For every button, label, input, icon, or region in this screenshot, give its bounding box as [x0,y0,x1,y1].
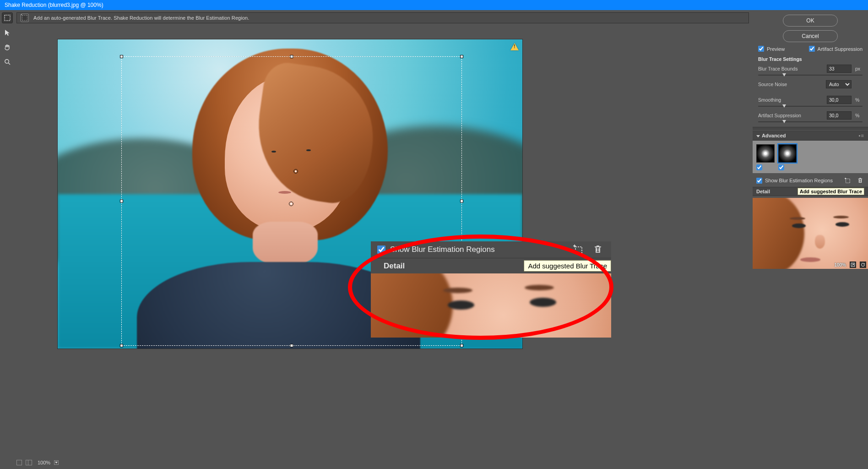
detail-title: Detail [756,189,770,194]
handle-bl[interactable] [120,344,123,347]
advanced-header[interactable]: Advanced ▪≡ [753,131,868,141]
add-trace-tooltip: Add suggested Blur Trace [797,188,864,195]
add-blur-trace-button[interactable] [843,177,852,184]
window-title: Shake Reduction (blurred3.jpg @ 100%) [5,2,103,8]
undock-icon[interactable] [850,262,856,268]
chevron-down-icon [756,135,760,137]
svg-line-2 [8,63,10,65]
noise-label: Source Noise [758,82,822,87]
trace-thumb-2[interactable] [778,144,797,171]
view-single-icon[interactable] [16,460,22,465]
detail-zoom: 100% [834,262,846,267]
bounds-input[interactable] [827,65,852,73]
handle-tm[interactable] [290,55,293,58]
direct-select-tool[interactable] [2,27,13,38]
callout-detail-image [371,273,611,338]
view-split-icon[interactable] [26,460,32,465]
suppression-slider[interactable] [758,121,863,122]
show-regions-checkbox[interactable]: Show Blur Estimation Regions [756,178,833,184]
smoothing-label: Smoothing [758,97,823,103]
suppression-input[interactable] [827,111,852,120]
handle-br[interactable] [460,344,463,347]
ok-button[interactable]: OK [783,15,838,27]
handle-tr[interactable] [460,55,463,58]
smoothing-input[interactable] [827,96,852,104]
cancel-button[interactable]: Cancel [783,30,838,42]
bounds-unit: px [855,66,863,71]
trace-node[interactable] [293,169,298,174]
svg-point-1 [5,60,9,63]
handle-ml[interactable] [120,200,123,203]
blur-trace-tool[interactable] [2,12,13,23]
callout-tooltip: Add suggested Blur Trace [524,260,611,272]
status-bar: 100% [16,458,749,467]
preview-checkbox[interactable]: Preview [758,46,785,52]
handle-tl[interactable] [120,55,123,58]
bounds-slider[interactable] [758,75,863,76]
suppression-label: Artifact Suppression [758,113,823,118]
suppression-unit: % [855,113,863,118]
noise-select[interactable]: Auto [826,80,852,88]
callout-detail-label: Detail [384,262,405,271]
callout-add-trace-icon[interactable] [573,244,583,255]
detail-header: Detail Add suggested Blur Trace [753,187,868,196]
trace-thumb-2-check[interactable] [778,164,784,170]
zoom-dropdown-icon[interactable] [54,460,59,465]
zoom-tool[interactable] [2,56,13,67]
settings-title: Blur Trace Settings [758,56,863,62]
svg-rect-3 [846,179,850,183]
handle-bm[interactable] [290,344,293,347]
options-hint: Add an auto-generated Blur Trace. Shake … [33,15,249,21]
zoom-level[interactable]: 100% [38,460,50,465]
artifact-label: Artifact Suppression [818,46,863,52]
annotation-callout: Show Blur Estimation Regions Detail Add … [371,241,611,338]
smoothing-unit: % [855,97,863,103]
callout-show-regions[interactable]: Show Blur Estimation Regions [377,245,495,254]
right-panel: OK Cancel Preview Artifact Suppression B… [753,10,868,469]
bounds-label: Blur Trace Bounds [758,66,823,71]
smoothing-slider[interactable] [758,106,863,107]
blur-trace-thumbnails [753,141,868,173]
delete-blur-trace-button[interactable] [856,177,864,184]
handle-mr[interactable] [460,200,463,203]
show-regions-label: Show Blur Estimation Regions [765,178,833,183]
window-titlebar: Shake Reduction (blurred3.jpg @ 100%) [0,0,868,10]
hand-tool[interactable] [2,42,13,53]
panel-menu-icon[interactable]: ▪≡ [859,133,864,138]
detail-loupe[interactable]: 100% [753,198,868,269]
preview-label: Preview [767,46,785,52]
warning-icon [510,43,519,50]
artifact-suppression-checkbox[interactable]: Artifact Suppression [809,46,863,52]
advanced-title: Advanced [762,133,786,138]
refresh-icon[interactable] [860,262,866,268]
tool-strip [2,12,15,67]
options-bar: Add an auto-generated Blur Trace. Shake … [16,12,749,23]
callout-delete-trace-icon[interactable] [593,244,603,255]
svg-rect-7 [575,247,582,253]
blur-trace-icon [21,14,29,22]
svg-rect-0 [5,15,10,21]
trace-thumb-1[interactable] [756,144,775,171]
trace-thumb-1-check[interactable] [756,164,762,170]
trace-node[interactable] [289,202,293,206]
